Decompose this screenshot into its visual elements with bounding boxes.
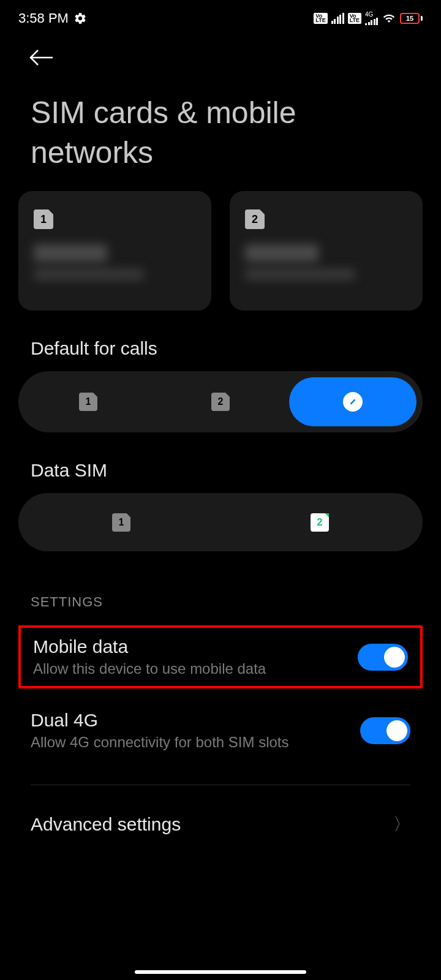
sim-2-badge: 2 bbox=[245, 209, 265, 229]
default-calls-sim2[interactable]: 2 bbox=[157, 377, 284, 426]
page-title: SIM cards & mobile networks bbox=[0, 81, 441, 191]
default-calls-selector: 1 2 bbox=[18, 371, 423, 432]
mobile-data-info: Mobile data Allow this device to use mob… bbox=[33, 636, 358, 677]
status-bar: 3:58 PM VoLTE VoLTE 4G bbox=[0, 0, 441, 37]
mobile-data-toggle[interactable] bbox=[358, 644, 408, 671]
status-left: 3:58 PM bbox=[18, 10, 87, 26]
advanced-settings-title: Advanced settings bbox=[31, 814, 181, 835]
toggle-knob bbox=[384, 647, 405, 668]
signal-bars-1 bbox=[331, 13, 344, 24]
default-calls-sim1[interactable]: 1 bbox=[24, 377, 152, 426]
back-button[interactable] bbox=[0, 37, 441, 81]
mobile-data-highlight: Mobile data Allow this device to use mob… bbox=[18, 625, 423, 688]
data-sim-1[interactable]: 1 bbox=[24, 499, 218, 545]
data-sim-1-icon: 1 bbox=[112, 513, 130, 532]
data-sim-label: Data SIM bbox=[0, 432, 441, 493]
volte-badge-1: VoLTE bbox=[314, 13, 327, 24]
mobile-data-title: Mobile data bbox=[33, 636, 358, 657]
back-arrow-icon bbox=[29, 49, 54, 66]
signal-bars-2 bbox=[365, 18, 378, 25]
home-indicator[interactable] bbox=[135, 970, 306, 974]
sim-2-icon: 2 bbox=[211, 393, 230, 411]
toggle-knob bbox=[386, 720, 407, 741]
sim-1-info-blurred bbox=[34, 244, 196, 280]
dual-4g-subtitle: Allow 4G connectivity for both SIM slots bbox=[31, 734, 360, 751]
data-sim-2[interactable]: 2 bbox=[223, 499, 417, 545]
sim-2-info-blurred bbox=[245, 244, 407, 280]
dual-4g-title: Dual 4G bbox=[31, 710, 360, 731]
advanced-settings-row[interactable]: Advanced settings 〉 bbox=[0, 785, 441, 836]
network-label: 4G bbox=[365, 12, 373, 18]
battery-level: 15 bbox=[406, 15, 413, 22]
mobile-data-row[interactable]: Mobile data Allow this device to use mob… bbox=[21, 628, 420, 686]
settings-header: SETTINGS bbox=[0, 551, 441, 625]
chevron-right-icon: 〉 bbox=[393, 813, 410, 836]
volte-badge-2: VoLTE bbox=[348, 13, 361, 24]
sim-cards-container: 1 2 bbox=[0, 191, 441, 311]
wifi-icon bbox=[382, 12, 396, 24]
data-sim-2-icon: 2 bbox=[311, 513, 329, 532]
sim-card-2[interactable]: 2 bbox=[230, 191, 423, 311]
dual-4g-info: Dual 4G Allow 4G connectivity for both S… bbox=[31, 710, 360, 751]
data-sim-selector: 1 2 bbox=[18, 493, 423, 551]
default-calls-label: Default for calls bbox=[0, 311, 441, 371]
sim-card-1[interactable]: 1 bbox=[18, 191, 211, 311]
sim-1-icon: 1 bbox=[79, 393, 97, 411]
mobile-data-subtitle: Allow this device to use mobile data bbox=[33, 660, 358, 677]
default-calls-ask[interactable] bbox=[289, 377, 417, 426]
gear-icon bbox=[74, 12, 87, 25]
not-set-icon bbox=[343, 392, 363, 412]
sim-1-badge: 1 bbox=[34, 209, 53, 229]
status-right: VoLTE VoLTE 4G 15 bbox=[314, 12, 423, 25]
status-time: 3:58 PM bbox=[18, 10, 69, 26]
battery-icon: 15 bbox=[400, 13, 423, 24]
dual-4g-toggle[interactable] bbox=[360, 717, 410, 744]
network-4g-group: 4G bbox=[365, 12, 378, 25]
dual-4g-row[interactable]: Dual 4G Allow 4G connectivity for both S… bbox=[0, 688, 441, 769]
